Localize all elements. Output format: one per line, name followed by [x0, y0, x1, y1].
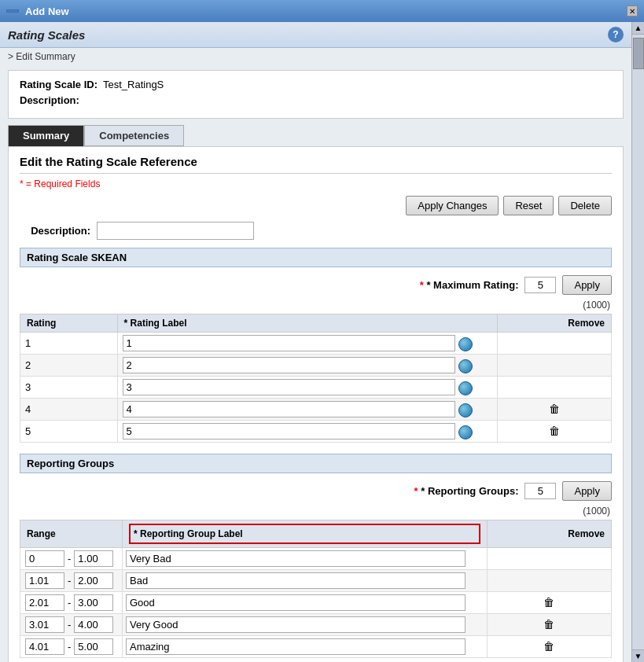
range-cell: - [20, 548, 123, 570]
group-label-input[interactable] [126, 572, 466, 589]
remove-cell [498, 399, 612, 421]
rating-number: 3 [20, 377, 118, 399]
apply-groups-button[interactable]: Apply [562, 481, 612, 501]
groups-input[interactable] [524, 483, 556, 499]
rating-label-cell [117, 377, 498, 399]
group-label-cell [123, 570, 488, 592]
delete-button-top[interactable]: Delete [558, 196, 612, 215]
table-row: - [20, 592, 612, 614]
remove-group-cell [487, 548, 611, 570]
rating-number: 2 [20, 355, 118, 377]
rating-label-cell [117, 355, 498, 377]
range-start-input[interactable] [25, 550, 64, 567]
id-row: Rating Scale ID: Test_RatingS [20, 79, 612, 90]
range-cell: - [20, 614, 123, 636]
range-start-input[interactable] [25, 572, 64, 589]
scroll-track[interactable] [632, 35, 644, 649]
table-row: 2 [20, 355, 612, 377]
globe-icon[interactable] [458, 337, 473, 351]
remove-cell [498, 421, 612, 443]
group-label-input[interactable] [126, 638, 466, 655]
tab-summary[interactable]: Summary [8, 125, 84, 146]
trash-icon[interactable] [548, 403, 561, 417]
remove-cell [498, 355, 612, 377]
trash-icon[interactable] [543, 596, 555, 610]
description-row: Description: [20, 222, 612, 240]
id-value: Test_RatingS [103, 79, 164, 90]
table-row: 3 [20, 377, 612, 399]
window-title: Add New [25, 6, 69, 17]
trash-icon[interactable] [543, 640, 555, 654]
tabs: Summary Competencies [8, 125, 624, 146]
close-button[interactable]: ✕ [627, 6, 638, 17]
rating-label-input[interactable] [123, 335, 456, 351]
scroll-thumb[interactable] [633, 38, 644, 69]
range-start-input[interactable] [25, 616, 64, 633]
group-label-input[interactable] [126, 550, 466, 567]
remove-group-cell [487, 592, 611, 614]
body-layout: Rating Scales ? > Edit Summary Rating Sc… [0, 22, 644, 662]
range-end-input[interactable] [74, 616, 113, 633]
range-end-input[interactable] [74, 572, 113, 589]
help-icon[interactable]: ? [608, 27, 624, 42]
range-start-input[interactable] [25, 638, 64, 655]
description-input[interactable] [97, 222, 254, 240]
rating-number: 5 [20, 421, 118, 443]
group-label-input[interactable] [126, 616, 466, 633]
id-label: Rating Scale ID: [20, 79, 98, 90]
range-cell: - [20, 636, 123, 658]
scroll-down-button[interactable]: ▼ [632, 649, 644, 662]
reporting-groups-table: Range * Reporting Group Label Remove [20, 520, 612, 658]
title-bar-controls: ✕ [627, 6, 638, 17]
range-cell: - [20, 570, 123, 592]
apply-changes-button-top[interactable]: Apply Changes [406, 196, 499, 215]
globe-icon[interactable] [458, 403, 473, 417]
reporting-groups-controls: * * Reporting Groups: Apply [20, 481, 612, 501]
remove-cell [498, 333, 612, 355]
group-label-cell [123, 636, 488, 658]
section-title: Rating Scales [8, 28, 85, 42]
range-cell: - [20, 592, 123, 614]
desc-row: Description: [20, 94, 612, 106]
desc-label: Description: [20, 94, 79, 106]
rating-table: Rating * Rating Label Remove 1 2 [20, 314, 612, 443]
page-title: Edit the Rating Scale Reference [20, 155, 612, 174]
trash-icon[interactable] [543, 618, 555, 632]
table-row: - [20, 636, 612, 658]
group-label-cell [123, 614, 488, 636]
range-end-input[interactable] [74, 550, 113, 567]
range-start-input[interactable] [25, 594, 64, 611]
table-row: - [20, 570, 612, 592]
table-row: 4 [20, 399, 612, 421]
col-group-label: * Reporting Group Label [123, 520, 488, 548]
group-label-input[interactable] [126, 594, 466, 611]
info-box: Rating Scale ID: Test_RatingS Descriptio… [8, 70, 624, 119]
rating-label-input[interactable] [123, 423, 456, 439]
max-rating-input[interactable] [524, 277, 556, 293]
globe-icon[interactable] [458, 359, 473, 373]
globe-icon[interactable] [458, 425, 473, 439]
reporting-groups-header: Reporting Groups [20, 454, 612, 473]
col-rating: Rating [20, 314, 118, 333]
table-row: 1 [20, 333, 612, 355]
minimize-bar[interactable] [6, 9, 19, 13]
rating-label-input[interactable] [123, 379, 456, 395]
rating-number: 1 [20, 333, 118, 355]
col-range: Range [20, 520, 123, 548]
trash-icon[interactable] [548, 425, 561, 439]
table-row: - [20, 614, 612, 636]
rating-label-input[interactable] [123, 401, 456, 417]
range-end-input[interactable] [74, 638, 113, 655]
globe-icon[interactable] [458, 381, 473, 395]
tab-competencies[interactable]: Competencies [84, 125, 184, 146]
rating-label-cell [117, 421, 498, 443]
range-end-input[interactable] [74, 594, 113, 611]
apply-rating-button[interactable]: Apply [562, 275, 612, 295]
reset-button-top[interactable]: Reset [503, 196, 554, 215]
remove-group-cell [487, 570, 611, 592]
scroll-up-button[interactable]: ▲ [632, 22, 644, 35]
title-bar: Add New ✕ [0, 0, 644, 22]
col-remove: Remove [498, 314, 612, 333]
rating-label-input[interactable] [123, 357, 456, 373]
rating-scale-header: Rating Scale SKEAN [20, 248, 612, 267]
